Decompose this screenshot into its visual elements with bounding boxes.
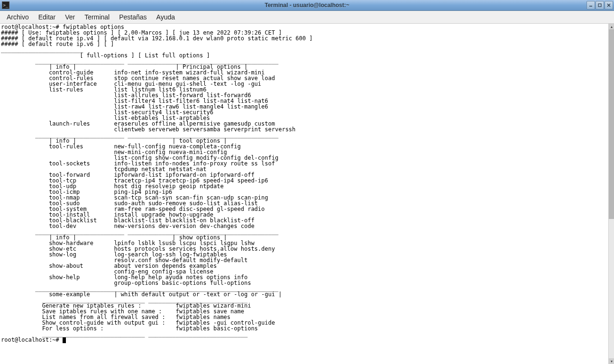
menu-archivo[interactable]: Archivo: [3, 12, 33, 22]
menu-ver[interactable]: Ver: [61, 12, 79, 22]
svg-rect-1: [598, 4, 601, 7]
window-title: Terminal - usuario@localhost:~: [265, 2, 349, 9]
prompt: root@localhost:~#: [1, 337, 63, 343]
menu-pestanas[interactable]: Pestañas: [115, 12, 150, 22]
menu-terminal[interactable]: Terminal: [81, 12, 113, 22]
terminal-app-icon: >_: [2, 1, 9, 9]
scroll-thumb[interactable]: [609, 29, 614, 219]
minimize-button[interactable]: [587, 1, 595, 9]
cursor: [63, 337, 66, 343]
window-controls: [587, 1, 613, 9]
menu-ayuda[interactable]: Ayuda: [153, 12, 179, 22]
close-button[interactable]: [605, 1, 613, 9]
scrollbar[interactable]: ▴ ▾: [608, 24, 614, 364]
scroll-up-button[interactable]: ▴: [609, 24, 614, 29]
menubar: Archivo Editar Ver Terminal Pestañas Ayu…: [0, 11, 614, 24]
menu-editar[interactable]: Editar: [35, 12, 60, 22]
titlebar: >_ Terminal - usuario@localhost:~: [0, 0, 614, 11]
maximize-button[interactable]: [596, 1, 604, 9]
scroll-down-button[interactable]: ▾: [609, 358, 614, 364]
terminal-output[interactable]: root@localhost:~# fwiptables options ###…: [0, 24, 608, 364]
